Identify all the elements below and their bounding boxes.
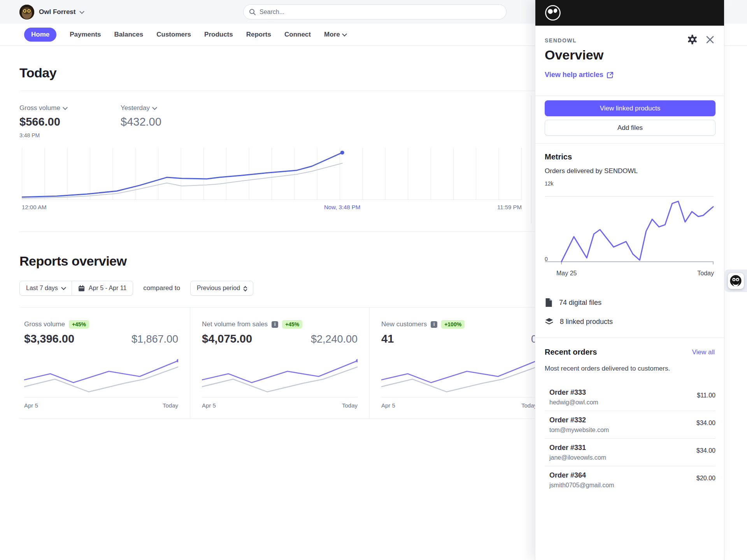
sparkline-end-label: Today bbox=[521, 402, 537, 409]
linked-products-stat: 8 linked products bbox=[545, 317, 613, 326]
chevron-down-icon bbox=[152, 105, 157, 110]
card-value: $3,396.00 bbox=[24, 332, 74, 345]
account-switcher[interactable]: Owl Forrest bbox=[19, 5, 84, 19]
sparkline-start-label: Apr 5 bbox=[381, 402, 395, 409]
search-placeholder: Search... bbox=[260, 9, 284, 16]
nav-item-products[interactable]: Products bbox=[204, 31, 233, 38]
owl-avatar-image bbox=[19, 5, 34, 19]
yesterday-dropdown[interactable]: Yesterday bbox=[121, 104, 161, 112]
compared-to-label: compared to bbox=[143, 284, 180, 292]
nav-item-payments[interactable]: Payments bbox=[70, 31, 101, 38]
x-axis-end-label: Today bbox=[697, 270, 714, 277]
order-amount: $20.00 bbox=[696, 475, 715, 482]
date-range-button[interactable]: Apr 5 - Apr 11 bbox=[72, 281, 133, 296]
close-icon[interactable] bbox=[705, 35, 715, 44]
card-value: $4,075.00 bbox=[202, 332, 252, 345]
account-avatar bbox=[19, 5, 34, 19]
order-row[interactable]: Order #332 tom@mywebsite.com $34.00 bbox=[545, 411, 715, 439]
app-root: Owl Forrest Search... Home Payments Bala… bbox=[0, 0, 747, 560]
order-amount: $11.00 bbox=[697, 392, 715, 399]
add-files-button[interactable]: Add files bbox=[545, 120, 715, 136]
date-range-group: Last 7 days Apr 5 - Apr 11 bbox=[19, 281, 133, 296]
sparkline-start-label: Apr 5 bbox=[202, 402, 216, 409]
nav-item-connect[interactable]: Connect bbox=[284, 31, 311, 38]
nav-item-more-label: More bbox=[324, 31, 340, 38]
divider bbox=[535, 96, 724, 96]
view-all-link[interactable]: View all bbox=[692, 348, 715, 356]
compare-period-value: Previous period bbox=[197, 285, 240, 292]
recent-orders-subheading: Most recent orders delivered to customer… bbox=[545, 365, 670, 373]
card-compare-value: $2,240.00 bbox=[311, 333, 358, 345]
chevron-down-icon bbox=[63, 105, 68, 110]
orders-delivered-chart bbox=[545, 192, 714, 266]
card-compare-value: $1,867.00 bbox=[132, 333, 178, 345]
y-axis-zero-label: 0 bbox=[545, 256, 548, 262]
orders-chart-x-axis: May 25 Today bbox=[545, 270, 714, 277]
card-value: 41 bbox=[381, 332, 394, 345]
stat-label-text: Gross volume bbox=[19, 104, 60, 112]
today-stat-yesterday: Yesterday $432.00 bbox=[121, 104, 161, 128]
today-stat-gross-volume: Gross volume $566.00 3:48 PM bbox=[19, 104, 67, 138]
order-row[interactable]: Order #331 jane@iloveowls.com $34.00 bbox=[545, 439, 715, 466]
gross-volume-dropdown[interactable]: Gross volume bbox=[19, 104, 67, 112]
growth-badge: +45% bbox=[69, 320, 89, 329]
calendar-icon bbox=[78, 285, 85, 292]
view-linked-products-button[interactable]: View linked products bbox=[545, 100, 715, 116]
yesterday-value: $432.00 bbox=[121, 116, 161, 128]
search-input[interactable]: Search... bbox=[243, 4, 507, 19]
order-row[interactable]: Order #364 jsmith0705@gmail.com $20.00 bbox=[545, 466, 715, 493]
linked-products-text: 8 linked products bbox=[560, 318, 613, 326]
axis-label-end: 11:59 PM bbox=[497, 204, 522, 210]
order-amount: $34.00 bbox=[696, 447, 715, 454]
sendowl-drawer-tab bbox=[724, 270, 747, 292]
order-id: Order #332 bbox=[549, 416, 715, 424]
order-id: Order #364 bbox=[549, 471, 715, 480]
sparkline-start-label: Apr 5 bbox=[24, 402, 38, 409]
sendowl-toggle-button[interactable] bbox=[728, 273, 744, 289]
sparkline-baseline bbox=[381, 397, 537, 397]
report-cards-row: Gross volume +45% $3,396.00 $1,867.00 Ap… bbox=[19, 307, 549, 419]
info-icon[interactable]: i bbox=[431, 321, 437, 328]
nav-item-more[interactable]: More bbox=[324, 31, 346, 38]
sendowl-owl-icon bbox=[730, 275, 742, 287]
nav-item-balances[interactable]: Balances bbox=[114, 31, 144, 38]
help-link-label: View help articles bbox=[545, 71, 603, 79]
digital-files-text: 74 digital files bbox=[559, 299, 601, 307]
chevron-down-icon bbox=[61, 285, 66, 290]
stat-label-text: Yesterday bbox=[121, 104, 150, 112]
order-id: Order #333 bbox=[549, 388, 715, 397]
sparkline-baseline bbox=[202, 397, 358, 397]
nav-item-customers[interactable]: Customers bbox=[156, 31, 191, 38]
gross-volume-value: $566.00 bbox=[19, 116, 67, 128]
order-row[interactable]: Order #333 hedwig@owl.com $11.00 bbox=[545, 383, 715, 411]
view-help-articles-link[interactable]: View help articles bbox=[545, 71, 614, 79]
account-name: Owl Forrest bbox=[39, 8, 75, 16]
compare-period-select[interactable]: Previous period bbox=[190, 281, 253, 296]
info-icon[interactable]: i bbox=[272, 321, 278, 328]
order-email: hedwig@owl.com bbox=[549, 399, 715, 406]
card-sparkline: Apr 5 Today bbox=[381, 358, 537, 409]
nav-item-home[interactable]: Home bbox=[24, 28, 56, 42]
nav-item-reports[interactable]: Reports bbox=[246, 31, 271, 38]
date-range-label: Apr 5 - Apr 11 bbox=[89, 285, 127, 292]
today-volume-chart bbox=[22, 148, 522, 200]
range-preset-button[interactable]: Last 7 days bbox=[19, 281, 72, 296]
axis-label-start: 12:00 AM bbox=[22, 204, 46, 210]
metrics-subheading: Orders delivered by SENDOWL bbox=[545, 167, 638, 175]
card-label: Net volume from sales bbox=[202, 320, 268, 328]
order-email: jsmith0705@gmail.com bbox=[549, 482, 715, 489]
divider bbox=[19, 91, 535, 91]
axis-label-now: Now, 3:48 PM bbox=[324, 204, 360, 210]
divider bbox=[535, 338, 724, 338]
section-vertical-divider bbox=[531, 95, 531, 224]
metrics-heading: Metrics bbox=[545, 152, 572, 161]
card-sparkline: Apr 5 Today bbox=[24, 358, 178, 409]
recent-orders-list: Order #333 hedwig@owl.com $11.00 Order #… bbox=[545, 383, 715, 493]
divider bbox=[535, 143, 724, 144]
order-email: tom@mywebsite.com bbox=[549, 427, 715, 434]
select-updown-icon bbox=[244, 286, 247, 291]
sparkline-end-label: Today bbox=[163, 402, 178, 409]
gross-volume-timestamp: 3:48 PM bbox=[19, 132, 67, 138]
gear-icon[interactable] bbox=[687, 34, 698, 45]
y-axis-max-label: 12k bbox=[545, 180, 554, 187]
